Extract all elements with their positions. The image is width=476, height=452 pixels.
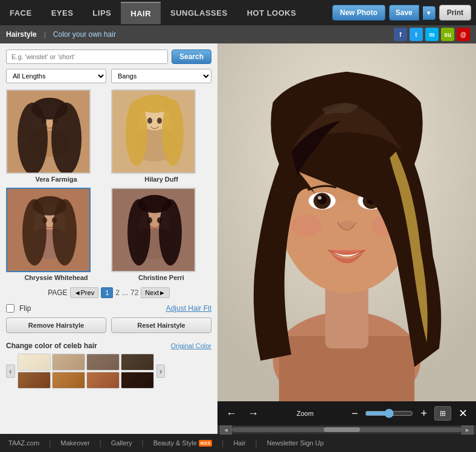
color-swatch-4[interactable] [121, 354, 154, 371]
zoom-in-button[interactable]: + [417, 405, 431, 422]
page-label: PAGE [48, 288, 67, 297]
footer-link-beauty[interactable]: Beauty & Style RSS [153, 439, 213, 447]
footer-link-hair[interactable]: Hair [233, 439, 245, 447]
search-button[interactable]: Search [172, 49, 211, 64]
tab-lips[interactable]: LIPS [83, 2, 121, 24]
pan-left-button[interactable]: ← [222, 405, 240, 422]
list-item[interactable]: Christine Perri [111, 188, 211, 281]
color-swatch-5[interactable] [18, 372, 51, 389]
zoom-label: Zoom [266, 410, 344, 417]
page-total: 72 [130, 288, 138, 297]
left-panel: Search All Lengths Short Medium Long Ban… [0, 43, 217, 434]
close-photo-button[interactable]: ✕ [455, 404, 471, 422]
footer: TAAZ.com | Makeover | Gallery | Beauty &… [0, 434, 476, 452]
length-filter[interactable]: All Lengths Short Medium Long [6, 69, 106, 83]
list-item[interactable]: Hilary Duff [111, 89, 211, 183]
color-swatches [18, 354, 154, 389]
color-section-title: Change color of celeb hair [6, 342, 97, 350]
remove-hairstyle-button[interactable]: Remove Hairstyle [6, 317, 106, 333]
reset-hairstyle-button[interactable]: Reset Hairstyle [111, 317, 211, 333]
color-swatch-7[interactable] [86, 372, 120, 389]
search-input[interactable] [6, 49, 168, 64]
svg-point-50 [339, 220, 354, 230]
color-own-hair-link[interactable]: Color your own hair [53, 30, 116, 39]
svg-point-8 [31, 98, 68, 119]
color-swatch-3[interactable] [86, 354, 120, 371]
footer-link-makeover[interactable]: Makeover [60, 439, 89, 447]
adjust-hair-fit-link[interactable]: Adjust Hair Fit [166, 304, 211, 313]
main-container: Search All Lengths Short Medium Long Ban… [0, 43, 476, 434]
swatch-prev-button[interactable]: ‹ [6, 364, 15, 378]
new-photo-button[interactable]: New Photo [332, 5, 385, 21]
prev-page-button[interactable]: ◄Prev [70, 287, 99, 298]
pagination: PAGE ◄Prev 1 2 ... 72 Next► [6, 287, 211, 298]
scroll-left-button[interactable]: ◄ [220, 425, 232, 434]
tab-sunglasses[interactable]: SUNGLASSES [161, 2, 237, 24]
tab-eyes[interactable]: EYES [42, 2, 83, 24]
list-item[interactable]: Chryssie Whitehead [6, 188, 106, 281]
flip-checkbox[interactable] [6, 304, 14, 313]
celeb-photo-hilary [111, 89, 196, 174]
svg-point-14 [157, 118, 162, 124]
style-filter[interactable]: Bangs Wavy Straight Curly [111, 69, 211, 83]
pan-right-button[interactable]: → [244, 405, 262, 422]
svg-point-25 [22, 199, 47, 266]
top-navigation: FACE EYES LIPS HAIR SUNGLASSES HOT LOOKS… [0, 0, 476, 25]
footer-link-newsletter[interactable]: Newsletter Sign Up [267, 439, 324, 447]
swatch-next-button[interactable]: › [156, 364, 166, 378]
stumbleupon-icon[interactable]: su [441, 28, 454, 41]
page-1-button[interactable]: 1 [101, 287, 113, 298]
celeb-name: Chryssie Whitehead [6, 274, 106, 281]
right-panel: ← → Zoom − + ⊞ ✕ ◄ ► [217, 43, 476, 434]
celeb-name: Christine Perri [111, 274, 211, 281]
photo-scrollbar: ◄ ► [217, 425, 476, 434]
color-swatch-8[interactable] [121, 372, 154, 389]
action-buttons: Remove Hairstyle Reset Hairstyle [6, 317, 211, 333]
save-button[interactable]: Save [389, 5, 419, 21]
zoom-out-button[interactable]: − [348, 405, 362, 422]
original-color-link[interactable]: Original Color [171, 342, 211, 349]
tab-hot-looks[interactable]: HOT LOOKS [237, 2, 306, 24]
svg-point-16 [126, 100, 147, 166]
email-icon[interactable]: @ [457, 28, 470, 41]
flip-label: Flip [19, 304, 31, 313]
save-dropdown-button[interactable]: ▼ [423, 6, 436, 20]
color-swatch-1[interactable] [18, 354, 51, 371]
zoom-slider[interactable] [365, 409, 413, 418]
tab-hair[interactable]: HAIR [121, 2, 161, 24]
facebook-icon[interactable]: f [394, 28, 407, 41]
myspace-icon[interactable]: m [425, 28, 439, 41]
hairstyle-tab[interactable]: Hairstyle [6, 30, 37, 39]
twitter-icon[interactable]: t [410, 28, 423, 41]
color-swatch-6[interactable] [52, 372, 85, 389]
page-ellipsis: ... [122, 288, 128, 297]
footer-link-gallery[interactable]: Gallery [111, 439, 132, 447]
next-page-button[interactable]: Next► [141, 287, 170, 298]
celeb-photo-christine [111, 188, 196, 272]
celeb-name: Hilary Duff [111, 176, 211, 183]
horizontal-scrollbar[interactable] [232, 427, 462, 432]
print-button[interactable]: Print [439, 5, 471, 21]
filter-row: All Lengths Short Medium Long Bangs Wavy… [6, 69, 211, 83]
svg-point-13 [147, 118, 152, 124]
scroll-right-button[interactable]: ► [462, 425, 474, 434]
beauty-style-label[interactable]: Beauty & Style [153, 439, 197, 447]
swatch-row-2 [18, 372, 154, 389]
svg-point-51 [291, 214, 322, 237]
flip-row: Flip Adjust Hair Fit [6, 304, 211, 313]
swatch-row-1 [18, 354, 154, 371]
color-swatch-2[interactable] [52, 354, 85, 371]
list-item[interactable]: Vera Farmiga [6, 89, 106, 183]
search-row: Search [6, 49, 211, 64]
main-photo [217, 43, 476, 401]
celeb-photo-vera [6, 89, 91, 174]
fit-photo-button[interactable]: ⊞ [434, 406, 451, 421]
svg-point-26 [53, 199, 77, 266]
photo-area [217, 43, 476, 401]
tab-face[interactable]: FACE [0, 2, 42, 24]
celeb-photo-chryssie [6, 188, 91, 272]
svg-point-35 [159, 199, 182, 266]
sub-nav-separator: | [44, 30, 46, 39]
svg-point-45 [318, 196, 321, 200]
page-2-button[interactable]: 2 [115, 288, 120, 297]
